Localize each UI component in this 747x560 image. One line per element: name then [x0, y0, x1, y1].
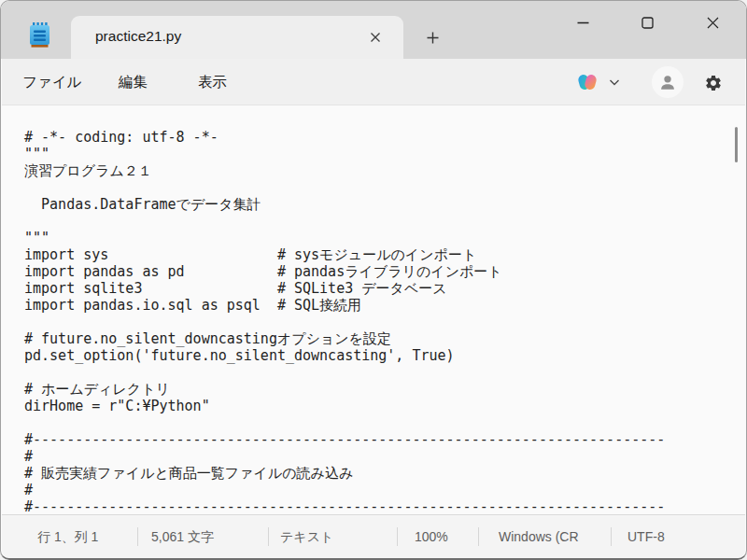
line-ending: Windows (CR: [499, 515, 579, 558]
status-divider: [397, 527, 398, 546]
code-line: [24, 179, 745, 196]
code-line: """: [24, 230, 745, 246]
code-line: [24, 364, 745, 381]
code-line: # future.no_silent_downcastingオプションを設定: [24, 330, 745, 347]
close-button[interactable]: [691, 8, 734, 36]
doc-type: テキスト: [280, 515, 333, 558]
code-line: #---------------------------------------…: [24, 431, 745, 448]
status-divider: [611, 527, 612, 546]
editor-text-area[interactable]: # -*- coding: utf-8 -*-"""演習プログラム２１ Pand…: [2, 106, 745, 513]
menu-bar: ファイル 編集 表示: [2, 59, 745, 105]
code-line: import pandas.io.sql as psql # SQL接続用: [24, 297, 745, 314]
char-count: 5,061 文字: [151, 515, 214, 558]
zoom-level: 100%: [415, 515, 448, 558]
notepad-icon: [27, 21, 51, 52]
cursor-position: 行 1、列 1: [37, 515, 98, 558]
code-line: 演習プログラム２１: [24, 162, 745, 179]
settings-gear-icon[interactable]: [700, 71, 726, 95]
tab-practice21[interactable]: practice21.py: [71, 16, 403, 59]
minimize-button[interactable]: [561, 8, 604, 36]
code-line: #: [24, 448, 745, 465]
code-line: Pandas.DataFrameでデータ集計: [24, 196, 745, 213]
code-line: [24, 414, 745, 431]
copilot-icon[interactable]: [573, 69, 601, 95]
encoding: UTF-8: [627, 515, 665, 558]
chevron-down-icon[interactable]: [607, 75, 622, 93]
new-tab-button[interactable]: [419, 25, 445, 49]
code-line: pd.set_option('future.no_silent_downcast…: [24, 347, 745, 364]
vertical-scrollbar-thumb[interactable]: [735, 127, 738, 162]
code-lines: # -*- coding: utf-8 -*-"""演習プログラム２１ Pand…: [24, 129, 745, 513]
code-line: import sys # sysモジュールのインポート: [24, 246, 745, 263]
code-line: [24, 314, 745, 330]
notepad-window: practice21.py ファイル 編集 表示: [0, 0, 747, 560]
maximize-button[interactable]: [626, 8, 669, 36]
tab-close-icon[interactable]: [364, 26, 387, 49]
code-line: import pandas as pd # pandasライブラリのインポート: [24, 263, 745, 280]
status-bar: 行 1、列 1 5,061 文字 テキスト 100% Windows (CR U…: [2, 514, 745, 558]
menu-view[interactable]: 表示: [198, 59, 227, 105]
code-line: import sqlite3 # SQLite3 データベース: [24, 280, 745, 297]
account-icon[interactable]: [652, 66, 684, 98]
code-line: dirHome = r"C:¥Python": [24, 398, 745, 414]
code-line: #---------------------------------------…: [24, 498, 745, 513]
status-divider: [268, 527, 269, 546]
code-line: [24, 213, 745, 230]
tab-title: practice21.py: [95, 28, 181, 45]
code-line: #: [24, 482, 745, 498]
title-bar[interactable]: practice21.py: [1, 1, 746, 59]
code-line: # ホームディレクトリ: [24, 381, 745, 398]
menu-file[interactable]: ファイル: [22, 59, 81, 105]
code-line: # -*- coding: utf-8 -*-: [24, 129, 745, 146]
status-divider: [478, 527, 479, 546]
menu-edit[interactable]: 編集: [119, 59, 148, 105]
code-line: # 販売実績ファイルと商品一覧ファイルの読み込み: [24, 465, 745, 482]
code-line: """: [24, 146, 745, 162]
status-divider: [137, 527, 138, 546]
